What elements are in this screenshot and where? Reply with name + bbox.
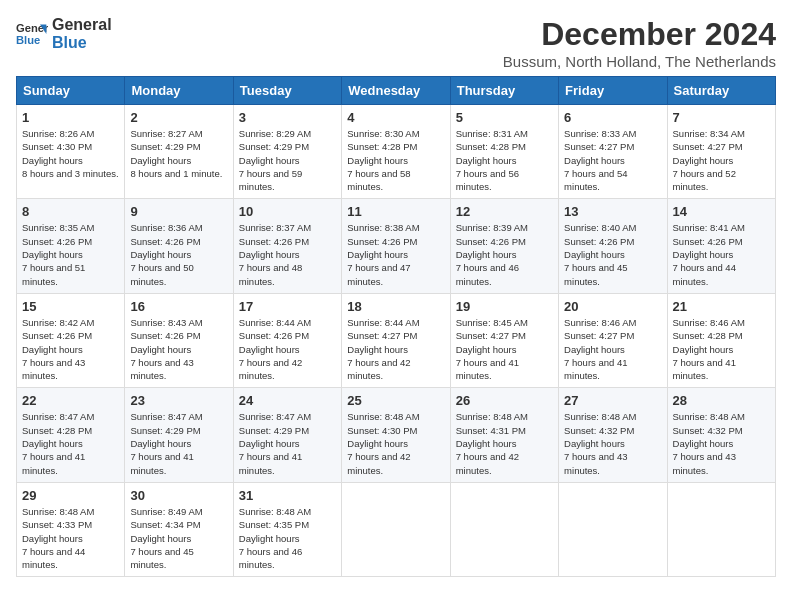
day-number: 23 xyxy=(130,393,227,408)
cell-content: Sunrise: 8:42 AMSunset: 4:26 PMDaylight … xyxy=(22,317,94,381)
day-number: 10 xyxy=(239,204,336,219)
day-number: 31 xyxy=(239,488,336,503)
day-number: 7 xyxy=(673,110,770,125)
day-number: 16 xyxy=(130,299,227,314)
day-number: 22 xyxy=(22,393,119,408)
svg-text:Blue: Blue xyxy=(16,33,40,45)
day-number: 21 xyxy=(673,299,770,314)
calendar-week-3: 15Sunrise: 8:42 AMSunset: 4:26 PMDayligh… xyxy=(17,293,776,387)
day-number: 4 xyxy=(347,110,444,125)
day-number: 1 xyxy=(22,110,119,125)
calendar-cell: 11Sunrise: 8:38 AMSunset: 4:26 PMDayligh… xyxy=(342,199,450,293)
day-number: 27 xyxy=(564,393,661,408)
calendar-cell: 3Sunrise: 8:29 AMSunset: 4:29 PMDaylight… xyxy=(233,105,341,199)
weekday-header-thursday: Thursday xyxy=(450,77,558,105)
cell-content: Sunrise: 8:45 AMSunset: 4:27 PMDaylight … xyxy=(456,317,528,381)
cell-content: Sunrise: 8:29 AMSunset: 4:29 PMDaylight … xyxy=(239,128,311,192)
logo-general: General xyxy=(52,16,112,34)
day-number: 14 xyxy=(673,204,770,219)
cell-content: Sunrise: 8:34 AMSunset: 4:27 PMDaylight … xyxy=(673,128,745,192)
cell-content: Sunrise: 8:27 AMSunset: 4:29 PMDaylight … xyxy=(130,128,222,179)
calendar-cell: 21Sunrise: 8:46 AMSunset: 4:28 PMDayligh… xyxy=(667,293,775,387)
calendar-cell: 25Sunrise: 8:48 AMSunset: 4:30 PMDayligh… xyxy=(342,388,450,482)
calendar-cell: 29Sunrise: 8:48 AMSunset: 4:33 PMDayligh… xyxy=(17,482,125,576)
day-number: 3 xyxy=(239,110,336,125)
cell-content: Sunrise: 8:48 AMSunset: 4:30 PMDaylight … xyxy=(347,411,419,475)
calendar-cell: 14Sunrise: 8:41 AMSunset: 4:26 PMDayligh… xyxy=(667,199,775,293)
day-number: 9 xyxy=(130,204,227,219)
cell-content: Sunrise: 8:47 AMSunset: 4:29 PMDaylight … xyxy=(130,411,202,475)
cell-content: Sunrise: 8:39 AMSunset: 4:26 PMDaylight … xyxy=(456,222,528,286)
calendar-cell: 30Sunrise: 8:49 AMSunset: 4:34 PMDayligh… xyxy=(125,482,233,576)
cell-content: Sunrise: 8:41 AMSunset: 4:26 PMDaylight … xyxy=(673,222,745,286)
cell-content: Sunrise: 8:40 AMSunset: 4:26 PMDaylight … xyxy=(564,222,636,286)
weekday-header-row: SundayMondayTuesdayWednesdayThursdayFrid… xyxy=(17,77,776,105)
cell-content: Sunrise: 8:38 AMSunset: 4:26 PMDaylight … xyxy=(347,222,419,286)
day-number: 26 xyxy=(456,393,553,408)
cell-content: Sunrise: 8:31 AMSunset: 4:28 PMDaylight … xyxy=(456,128,528,192)
calendar-cell: 13Sunrise: 8:40 AMSunset: 4:26 PMDayligh… xyxy=(559,199,667,293)
calendar-week-1: 1Sunrise: 8:26 AMSunset: 4:30 PMDaylight… xyxy=(17,105,776,199)
day-number: 6 xyxy=(564,110,661,125)
calendar-cell: 16Sunrise: 8:43 AMSunset: 4:26 PMDayligh… xyxy=(125,293,233,387)
cell-content: Sunrise: 8:26 AMSunset: 4:30 PMDaylight … xyxy=(22,128,119,179)
calendar-cell: 22Sunrise: 8:47 AMSunset: 4:28 PMDayligh… xyxy=(17,388,125,482)
calendar-cell: 15Sunrise: 8:42 AMSunset: 4:26 PMDayligh… xyxy=(17,293,125,387)
day-number: 5 xyxy=(456,110,553,125)
cell-content: Sunrise: 8:47 AMSunset: 4:29 PMDaylight … xyxy=(239,411,311,475)
cell-content: Sunrise: 8:48 AMSunset: 4:33 PMDaylight … xyxy=(22,506,94,570)
weekday-header-friday: Friday xyxy=(559,77,667,105)
calendar-week-5: 29Sunrise: 8:48 AMSunset: 4:33 PMDayligh… xyxy=(17,482,776,576)
weekday-header-monday: Monday xyxy=(125,77,233,105)
title-block: December 2024 Bussum, North Holland, The… xyxy=(503,16,776,70)
calendar-cell xyxy=(667,482,775,576)
day-number: 20 xyxy=(564,299,661,314)
day-number: 12 xyxy=(456,204,553,219)
calendar-cell: 5Sunrise: 8:31 AMSunset: 4:28 PMDaylight… xyxy=(450,105,558,199)
cell-content: Sunrise: 8:30 AMSunset: 4:28 PMDaylight … xyxy=(347,128,419,192)
calendar-cell: 2Sunrise: 8:27 AMSunset: 4:29 PMDaylight… xyxy=(125,105,233,199)
calendar-cell: 27Sunrise: 8:48 AMSunset: 4:32 PMDayligh… xyxy=(559,388,667,482)
calendar-cell: 12Sunrise: 8:39 AMSunset: 4:26 PMDayligh… xyxy=(450,199,558,293)
day-number: 29 xyxy=(22,488,119,503)
calendar-cell xyxy=(450,482,558,576)
calendar-cell: 4Sunrise: 8:30 AMSunset: 4:28 PMDaylight… xyxy=(342,105,450,199)
calendar-cell: 10Sunrise: 8:37 AMSunset: 4:26 PMDayligh… xyxy=(233,199,341,293)
day-number: 2 xyxy=(130,110,227,125)
logo-blue: Blue xyxy=(52,34,112,52)
calendar-cell: 24Sunrise: 8:47 AMSunset: 4:29 PMDayligh… xyxy=(233,388,341,482)
day-number: 28 xyxy=(673,393,770,408)
calendar-week-4: 22Sunrise: 8:47 AMSunset: 4:28 PMDayligh… xyxy=(17,388,776,482)
day-number: 8 xyxy=(22,204,119,219)
cell-content: Sunrise: 8:47 AMSunset: 4:28 PMDaylight … xyxy=(22,411,94,475)
day-number: 18 xyxy=(347,299,444,314)
calendar-cell xyxy=(559,482,667,576)
calendar-cell xyxy=(342,482,450,576)
cell-content: Sunrise: 8:35 AMSunset: 4:26 PMDaylight … xyxy=(22,222,94,286)
calendar-cell: 23Sunrise: 8:47 AMSunset: 4:29 PMDayligh… xyxy=(125,388,233,482)
day-number: 13 xyxy=(564,204,661,219)
cell-content: Sunrise: 8:33 AMSunset: 4:27 PMDaylight … xyxy=(564,128,636,192)
weekday-header-saturday: Saturday xyxy=(667,77,775,105)
day-number: 25 xyxy=(347,393,444,408)
calendar-cell: 19Sunrise: 8:45 AMSunset: 4:27 PMDayligh… xyxy=(450,293,558,387)
day-number: 15 xyxy=(22,299,119,314)
cell-content: Sunrise: 8:48 AMSunset: 4:31 PMDaylight … xyxy=(456,411,528,475)
cell-content: Sunrise: 8:48 AMSunset: 4:32 PMDaylight … xyxy=(673,411,745,475)
calendar-cell: 7Sunrise: 8:34 AMSunset: 4:27 PMDaylight… xyxy=(667,105,775,199)
day-number: 24 xyxy=(239,393,336,408)
calendar-cell: 8Sunrise: 8:35 AMSunset: 4:26 PMDaylight… xyxy=(17,199,125,293)
calendar-cell: 26Sunrise: 8:48 AMSunset: 4:31 PMDayligh… xyxy=(450,388,558,482)
calendar-cell: 9Sunrise: 8:36 AMSunset: 4:26 PMDaylight… xyxy=(125,199,233,293)
subtitle: Bussum, North Holland, The Netherlands xyxy=(503,53,776,70)
calendar-table: SundayMondayTuesdayWednesdayThursdayFrid… xyxy=(16,76,776,577)
page-header: General Blue General Blue December 2024 … xyxy=(16,16,776,70)
calendar-cell: 1Sunrise: 8:26 AMSunset: 4:30 PMDaylight… xyxy=(17,105,125,199)
calendar-cell: 31Sunrise: 8:48 AMSunset: 4:35 PMDayligh… xyxy=(233,482,341,576)
weekday-header-tuesday: Tuesday xyxy=(233,77,341,105)
calendar-cell: 18Sunrise: 8:44 AMSunset: 4:27 PMDayligh… xyxy=(342,293,450,387)
calendar-week-2: 8Sunrise: 8:35 AMSunset: 4:26 PMDaylight… xyxy=(17,199,776,293)
cell-content: Sunrise: 8:44 AMSunset: 4:27 PMDaylight … xyxy=(347,317,419,381)
calendar-cell: 17Sunrise: 8:44 AMSunset: 4:26 PMDayligh… xyxy=(233,293,341,387)
cell-content: Sunrise: 8:37 AMSunset: 4:26 PMDaylight … xyxy=(239,222,311,286)
